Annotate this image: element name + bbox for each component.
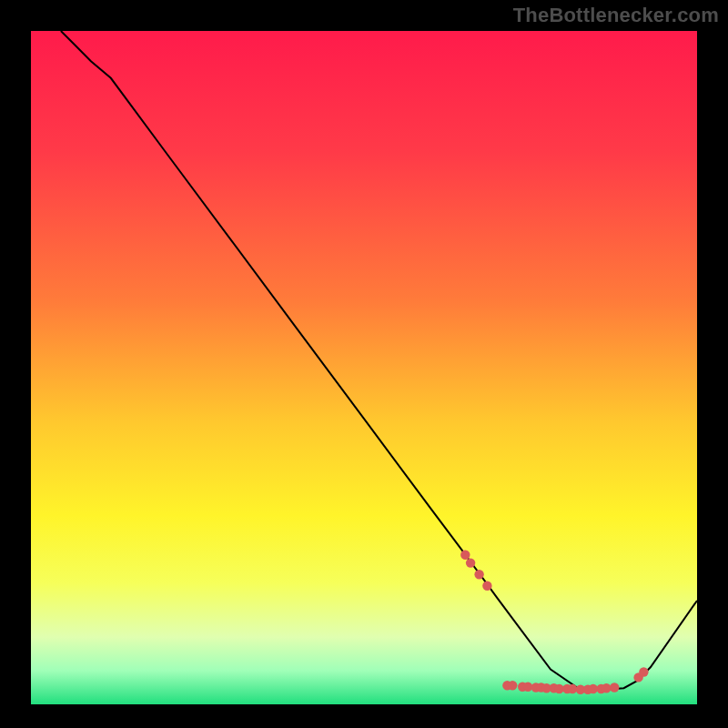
curve-marker bbox=[482, 581, 491, 591]
gradient-background bbox=[31, 31, 697, 704]
chart-svg bbox=[31, 31, 697, 704]
curve-marker bbox=[523, 682, 532, 692]
curve-marker bbox=[639, 667, 648, 676]
curve-marker bbox=[508, 681, 517, 690]
plot-area bbox=[31, 31, 697, 704]
chart-container: TheBottlenecker.com bbox=[0, 0, 728, 728]
curve-marker bbox=[610, 682, 619, 692]
curve-marker bbox=[568, 684, 577, 693]
curve-marker bbox=[474, 570, 483, 579]
curve-marker bbox=[466, 558, 475, 567]
curve-marker bbox=[460, 551, 470, 560]
attribution-text: TheBottlenecker.com bbox=[513, 4, 719, 27]
curve-marker bbox=[602, 683, 611, 693]
